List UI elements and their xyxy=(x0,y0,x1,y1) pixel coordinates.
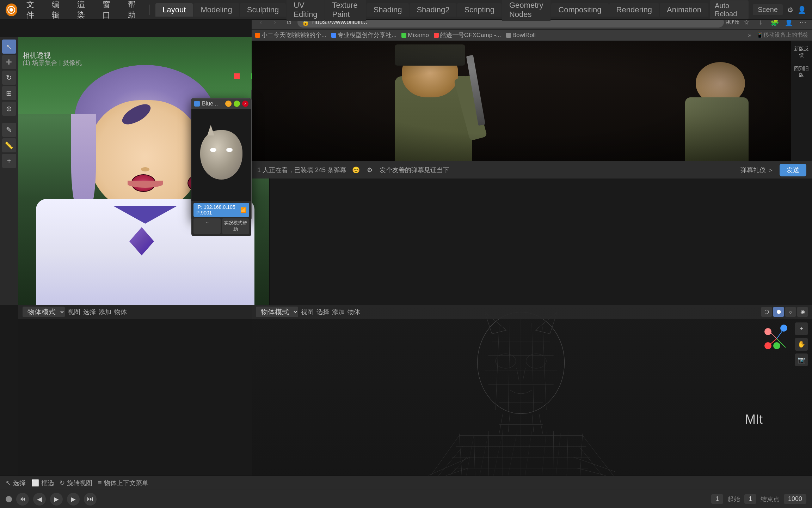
emoji-area: 😊 ⚙ 发个友善的弹幕见证当下 xyxy=(352,166,735,174)
camera-mini[interactable]: 📷 xyxy=(795,353,808,366)
prev-keyframe-btn[interactable]: ◀ xyxy=(33,493,46,506)
left-tools-sidebar: ↖ ✛ ↻ ⊞ ⊕ ✎ 📏 + xyxy=(0,37,18,305)
solid-mode-btn[interactable]: ⬢ xyxy=(773,307,784,317)
emoji-icon-1[interactable]: 😊 xyxy=(352,166,360,174)
bookmark-favicon-4 xyxy=(506,33,511,38)
tab-rendering[interactable]: Rendering xyxy=(609,3,659,17)
bluestacks-close[interactable]: × xyxy=(242,101,248,107)
bluestacks-back-btn[interactable]: ← xyxy=(193,218,221,234)
tool-add[interactable]: + xyxy=(2,154,16,168)
3d-head-preview xyxy=(200,130,242,180)
bottom-right-mode[interactable]: 物体模式 xyxy=(256,307,298,317)
menu-render[interactable]: 渲染 xyxy=(72,0,96,23)
context-menu-btn[interactable]: ≡ 物体上下文菜单 xyxy=(98,479,148,487)
menu-help[interactable]: 帮助 xyxy=(123,0,147,23)
context-icon: ≡ xyxy=(98,479,102,486)
next-keyframe-btn[interactable]: ▶ xyxy=(67,493,80,506)
bl-object-menu[interactable]: 物体 xyxy=(114,308,127,316)
svg-line-21 xyxy=(532,412,534,432)
auto-reload-badge: Auto Reload xyxy=(710,0,749,19)
frame-start-value: 1 xyxy=(744,494,756,504)
play-btn[interactable]: ▶ xyxy=(50,493,63,506)
bl-view-menu[interactable]: 视图 xyxy=(68,308,80,316)
bookmark-4[interactable]: BowlRoll xyxy=(506,32,536,39)
bookmark-favicon-1 xyxy=(331,33,336,38)
gift-label[interactable]: 弹幕礼仪 ＞ xyxy=(740,166,774,174)
box-select-btn[interactable]: ⬜ 框选 xyxy=(31,479,54,487)
box-label: 框选 xyxy=(41,479,54,487)
bl-add-menu[interactable]: 添加 xyxy=(99,308,111,316)
network-icon: 📶 xyxy=(240,207,246,213)
tab-modeling[interactable]: Modeling xyxy=(193,3,239,17)
old-version-btn[interactable]: 回到旧版 xyxy=(791,64,812,80)
bluestacks-live-help-btn[interactable]: 实况模式帮助 xyxy=(222,218,249,234)
shading-buttons: ⬡ ⬢ ○ ◉ xyxy=(761,307,808,317)
menu-edit[interactable]: 编辑 xyxy=(47,0,71,23)
content-layout: 新版反馈 回到旧版 xyxy=(252,41,812,161)
emoji-icon-2[interactable]: ⚙ xyxy=(367,166,373,174)
wireframe-mode-btn[interactable]: ⬡ xyxy=(761,307,772,317)
br-view-menu[interactable]: 视图 xyxy=(301,308,314,316)
br-add-menu[interactable]: 添加 xyxy=(332,308,345,316)
select-tool-btn[interactable]: ↖ 选择 xyxy=(6,479,26,487)
zoom-in-mini[interactable]: + xyxy=(795,322,808,335)
blender-logo xyxy=(6,4,17,16)
br-object-menu[interactable]: 物体 xyxy=(347,308,360,316)
prev-frame-btn[interactable]: ⏮ xyxy=(16,493,29,506)
hand-mini[interactable]: ✋ xyxy=(795,338,808,351)
material-mode-btn[interactable]: ○ xyxy=(785,307,796,317)
tool-scale[interactable]: ⊞ xyxy=(2,86,16,100)
tab-animation[interactable]: Animation xyxy=(660,3,708,17)
tool-rotate[interactable]: ↻ xyxy=(2,71,16,85)
scene-badge: Scene xyxy=(753,4,783,15)
tab-scripting[interactable]: Scripting xyxy=(457,3,502,17)
render-mode-btn[interactable]: ◉ xyxy=(797,307,808,317)
bookmark-favicon-2 xyxy=(401,33,406,38)
account-icon[interactable]: 👤 xyxy=(798,6,806,14)
bottom-left-mode[interactable]: 物体模式 xyxy=(23,307,65,317)
next-frame-btn[interactable]: ⏭ xyxy=(84,493,97,506)
svg-line-11 xyxy=(508,323,510,412)
browser-bottom-bar: 1 人正在看，已装填 245 条弹幕 😊 ⚙ 发个友善的弹幕见证当下 弹幕礼仪 … xyxy=(252,161,812,179)
svg-point-15 xyxy=(496,354,516,368)
timeline-bar: ⏮ ◀ ▶ ▶ ⏭ 1 起始 1 结束点 1000 xyxy=(0,490,812,508)
tab-uv-editing[interactable]: UV Editing xyxy=(287,0,324,21)
tab-sculpting[interactable]: Sculpting xyxy=(240,3,286,17)
tool-move[interactable]: ✛ xyxy=(2,55,16,69)
tab-compositing[interactable]: Compositing xyxy=(551,3,608,17)
menu-file[interactable]: 文件 xyxy=(21,0,45,23)
menu-separator xyxy=(149,5,150,15)
tool-transform[interactable]: ⊕ xyxy=(2,102,16,116)
bookmark-1[interactable]: 专业模型创作分享社... xyxy=(331,31,396,39)
tool-measure[interactable]: 📏 xyxy=(2,138,16,152)
settings-icon[interactable]: ⚙ xyxy=(787,6,793,14)
browser-content: 新版反馈 回到旧版 xyxy=(252,41,812,161)
bookmark-0[interactable]: 小二今天吃啦啦啦的个... xyxy=(255,31,326,39)
bluestacks-minimize[interactable]: − xyxy=(225,101,232,107)
rotate-view-btn[interactable]: ↻ 旋转视图 xyxy=(60,479,92,487)
bluestacks-window: Blue... − × IP: 192.168.0.105 P:9001 📶 ←… xyxy=(191,98,252,220)
tool-cursor[interactable]: ↖ xyxy=(2,40,16,54)
bluestacks-maximize[interactable] xyxy=(234,101,240,107)
video-area[interactable] xyxy=(252,41,791,161)
tab-geometry-nodes[interactable]: Geometry Nodes xyxy=(502,0,550,21)
tab-layout[interactable]: Layout xyxy=(155,3,193,17)
bl-select-menu[interactable]: 选择 xyxy=(83,308,96,316)
tab-shading2[interactable]: Shading2 xyxy=(410,3,456,17)
tab-shading[interactable]: Shading xyxy=(367,3,409,17)
menu-window[interactable]: 窗口 xyxy=(98,0,122,23)
tab-texture-paint[interactable]: Texture Paint xyxy=(325,0,366,21)
svg-line-47 xyxy=(573,457,615,472)
svg-line-43 xyxy=(429,457,470,475)
box-icon: ⬜ xyxy=(31,479,39,487)
bookmark-2[interactable]: Mixamo xyxy=(401,32,429,39)
tool-annotate[interactable]: ✎ xyxy=(2,123,16,137)
bookmarks-more[interactable]: » xyxy=(748,32,751,39)
bookmark-3[interactable]: 皓迹一号GFXCamp -... xyxy=(434,31,501,39)
send-button[interactable]: 发送 xyxy=(780,164,806,176)
svg-point-16 xyxy=(526,354,547,368)
scene-collection-label: (1) 场景集合 | 摄像机 xyxy=(23,59,82,67)
new-version-btn[interactable]: 新版反馈 xyxy=(791,44,812,61)
br-select-menu[interactable]: 选择 xyxy=(316,308,329,316)
bluestacks-footer: IP: 192.168.0.105 P:9001 📶 ← 实况模式帮助 xyxy=(191,201,251,236)
